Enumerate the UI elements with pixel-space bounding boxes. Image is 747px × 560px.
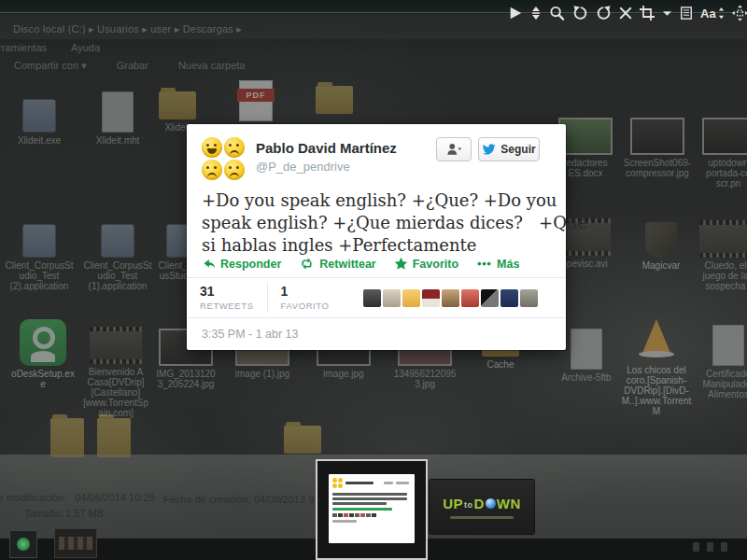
file-label: Los chicos del coro.[Spanish-DVDRip].[Di…	[620, 365, 693, 416]
video-icon	[699, 220, 747, 258]
play-icon[interactable]	[508, 3, 523, 23]
avatar-thumb[interactable]	[500, 289, 518, 307]
avatar-thumb[interactable]	[461, 289, 479, 307]
uptodown-logo: UP to D WN	[443, 496, 521, 511]
screen: Disco local (C:) ▸ Usuarios ▸ user ▸ Des…	[0, 0, 747, 560]
file-item: Bienvenido A Casa[DVDrip][Castellano][ww…	[82, 327, 149, 418]
app-icon	[101, 224, 134, 258]
person-icon	[446, 142, 462, 157]
text-size-icon[interactable]: Aa	[700, 3, 725, 23]
avatar-thumb[interactable]	[481, 289, 499, 307]
tweet-stats: 31 RETWEETS 1 FAVORITO	[187, 277, 566, 318]
mini-avatar	[332, 478, 343, 488]
created-label: Fecha de creación:	[163, 494, 251, 505]
follow-button[interactable]: Seguir	[478, 137, 540, 161]
favorite-action[interactable]: Favorito	[394, 257, 458, 271]
avatar-thumb[interactable]	[383, 289, 401, 307]
share-with-button: Compartir con ▾	[14, 60, 87, 72]
more-icon	[476, 257, 492, 271]
tweet-author-handle[interactable]: @P_de_pendrive	[256, 160, 350, 174]
menu-bar: Herramientas Ayuda	[0, 42, 100, 53]
file-item: Cluedo, el juego de la sospecha	[698, 220, 747, 291]
file-item: ScreenShot069-compressor.jpg	[622, 118, 693, 178]
reply-action[interactable]: Responder	[202, 257, 281, 271]
uptodown-wn: WN	[497, 496, 521, 511]
odesk-icon	[20, 319, 66, 366]
menu-help: Ayuda	[71, 42, 100, 53]
folder-icon	[284, 426, 321, 454]
thumbnail-film[interactable]	[54, 528, 97, 558]
text-size-label: Aa	[700, 7, 716, 21]
tweet-timestamp: 3:35 PM - 1 abr 13	[202, 328, 299, 341]
file-label: uptodown portada-co scr.pn	[702, 158, 747, 189]
info-panel-icon[interactable]	[680, 3, 693, 23]
tweet-actions: Responder Retwittear Favorito Más	[202, 257, 519, 271]
file-label: ScreenShot069-compressor.jpg	[622, 158, 693, 178]
folder-icon	[50, 418, 84, 457]
file-item: oDeskSetup.exe	[9, 319, 77, 389]
uptodown-thumbnail[interactable]: UP to D WN	[430, 480, 534, 534]
file-label: image.jpg	[316, 369, 372, 379]
retweets-stat[interactable]: 31 RETWEETS	[187, 285, 267, 311]
file-label: oDeskSetup.exe	[9, 369, 77, 389]
thumbnail-odesk[interactable]	[9, 530, 37, 558]
file-item: Xlideit.exe	[7, 99, 71, 146]
pan-icon[interactable]	[732, 3, 747, 23]
tweet-author-name[interactable]: Pablo David Martínez	[256, 140, 397, 156]
magnifier-icon[interactable]	[549, 3, 565, 23]
file-item: Certificado Manipulador Alimentos	[702, 325, 747, 399]
smiley-icon	[202, 160, 222, 180]
folder-icon	[316, 86, 353, 114]
new-folder-button: Nueva carpeta	[178, 60, 246, 72]
file-label: Client_CorpusStudio_Test (1).application	[82, 260, 153, 291]
follow-person-button[interactable]	[436, 137, 472, 161]
file-item: Client_CorpusStudio_Test (1).application	[82, 224, 153, 291]
file-label: Xlideit.mht	[90, 135, 146, 146]
retweet-icon	[299, 257, 315, 271]
file-item	[49, 418, 86, 457]
pdf-icon: PDF	[239, 80, 273, 121]
file-label: Xlideit.exe	[7, 135, 71, 146]
file-item: uptodown portada-co scr.pn	[702, 118, 747, 189]
modified-label: Fecha de modificación:	[0, 492, 66, 503]
rotate-right-icon[interactable]	[596, 3, 612, 23]
file-item	[95, 418, 133, 457]
menu-tools: Herramientas	[0, 42, 47, 53]
avatar-thumb[interactable]	[442, 289, 459, 307]
avatar[interactable]	[202, 137, 246, 181]
crop-icon[interactable]	[640, 3, 655, 23]
mini-avatars-row	[332, 513, 411, 518]
file-item: Client_CorpusStudio_Test (2).application	[4, 224, 75, 291]
favorites-stat[interactable]: 1 FAVORITO	[268, 285, 343, 311]
chevron-down-icon[interactable]	[662, 3, 672, 23]
smiley-icon	[202, 137, 222, 158]
file-item: Archive-5ftb	[560, 329, 613, 383]
reply-label: Responder	[220, 258, 281, 271]
more-action[interactable]: Más	[476, 257, 519, 271]
smiley-icon	[224, 160, 245, 180]
tweet-text: +Do you speak english? +¿Que? +Do you sp…	[202, 189, 557, 257]
avatar-thumb[interactable]	[402, 289, 420, 307]
delete-icon[interactable]	[619, 3, 632, 23]
rotate-left-icon[interactable]	[572, 3, 588, 23]
document-icon	[102, 91, 134, 133]
document-icon	[712, 325, 744, 366]
file-item	[284, 426, 321, 454]
smiley-icon	[224, 137, 245, 158]
image-thumbnail-icon	[702, 118, 747, 155]
twitter-bird-icon	[482, 144, 496, 156]
avatar-thumb[interactable]	[422, 289, 440, 307]
retweet-action[interactable]: Retwittear	[299, 257, 375, 271]
selected-thumbnail[interactable]	[316, 459, 428, 560]
breadcrumb: Disco local (C:) ▸ Usuarios ▸ user ▸ Des…	[13, 23, 242, 35]
avatar-thumb[interactable]	[363, 289, 381, 307]
folder-icon	[159, 91, 196, 119]
zoom-level-stepper-icon[interactable]	[530, 3, 542, 23]
systray-icons	[693, 542, 727, 552]
pdf-badge: PDF	[237, 89, 275, 102]
retweeter-avatars	[363, 289, 538, 307]
tweet-image[interactable]: Pablo David Martínez @P_de_pendrive Segu…	[187, 124, 566, 350]
thumbnail-preview	[329, 474, 415, 543]
avatar-thumb[interactable]	[520, 289, 538, 307]
file-label: Magicvar	[637, 260, 685, 271]
